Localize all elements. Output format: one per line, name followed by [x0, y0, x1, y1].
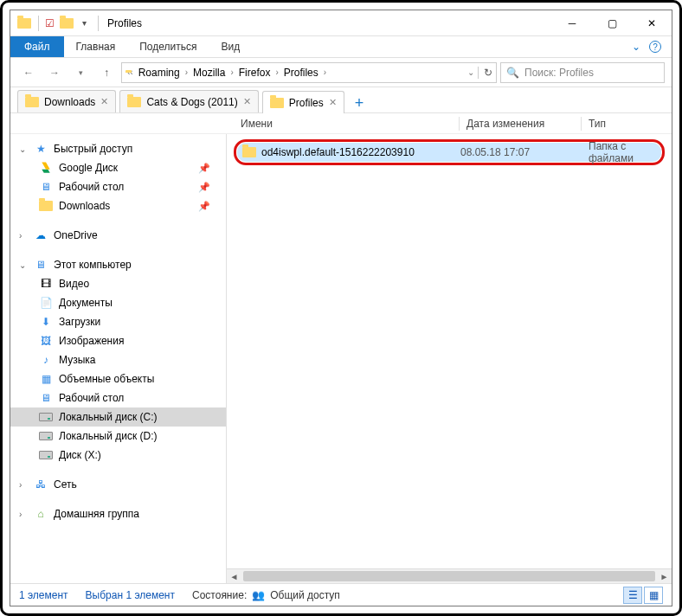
- pin-icon: 📌: [198, 163, 210, 174]
- video-icon: 🎞: [38, 276, 54, 292]
- pictures-icon: 🖼: [38, 333, 54, 349]
- 3d-icon: ▦: [38, 371, 54, 387]
- folder-icon: [242, 147, 256, 157]
- scroll-left-icon[interactable]: ◄: [227, 569, 241, 584]
- ribbon-expand-icon[interactable]: ⌄ ?: [621, 36, 672, 57]
- sidebar-item[interactable]: Google Диск📌: [10, 158, 226, 177]
- sidebar-item[interactable]: 🖥Рабочий стол📌: [10, 177, 226, 196]
- file-list: od4iswpl.default-1516222203910 08.05.18 …: [227, 134, 672, 583]
- refresh-button[interactable]: ↻: [478, 67, 492, 79]
- onedrive-icon: ☁: [33, 228, 48, 243]
- search-placeholder: Поиск: Profiles: [524, 67, 594, 79]
- navigation-pane: ⌄★Быстрый доступ Google Диск📌 🖥Рабочий с…: [10, 134, 227, 583]
- search-input[interactable]: 🔍 Поиск: Profiles: [500, 62, 665, 83]
- gdrive-icon: [38, 160, 54, 176]
- sidebar-homegroup[interactable]: ›⌂Домашняя группа: [10, 504, 226, 523]
- recent-dropdown-icon[interactable]: ▾: [69, 61, 92, 84]
- pin-icon: 📌: [198, 182, 210, 193]
- sidebar-item[interactable]: 🖥Рабочий стол: [10, 388, 226, 407]
- qat-dropdown-icon[interactable]: ▾: [77, 16, 91, 30]
- column-type[interactable]: Тип: [582, 118, 672, 130]
- file-date: 08.05.18 17:07: [460, 146, 582, 158]
- desktop-icon: 🖥: [38, 179, 54, 195]
- view-details-button[interactable]: ☰: [623, 587, 642, 604]
- tab-downloads[interactable]: Downloads✕: [17, 90, 116, 112]
- sidebar-item[interactable]: Downloads📌: [10, 196, 226, 215]
- music-icon: ♪: [38, 352, 54, 368]
- sidebar-item[interactable]: ♪Музыка: [10, 350, 226, 369]
- window-title: Profiles: [107, 17, 142, 29]
- downloads-icon: ⬇: [38, 314, 54, 330]
- sidebar-item[interactable]: 🎞Видео: [10, 274, 226, 293]
- sidebar-item[interactable]: 🖼Изображения: [10, 331, 226, 350]
- column-headers: Имени Дата изменения Тип: [10, 113, 672, 134]
- titlebar: ☑ ▾ Profiles ─ ▢ ✕: [10, 10, 672, 36]
- file-name: od4iswpl.default-1516222203910: [261, 146, 415, 158]
- status-bar: 1 элемент Выбран 1 элемент Состояние:👥Об…: [10, 583, 672, 606]
- drive-icon: [38, 447, 54, 463]
- navigation-toolbar: ← → ▾ ↑ ‹‹ Roaming› Mozilla› Firefox› Pr…: [10, 58, 672, 87]
- back-button[interactable]: ←: [17, 61, 40, 84]
- qat-properties-icon[interactable]: ☑: [42, 16, 56, 30]
- tab-close-icon[interactable]: ✕: [100, 96, 108, 107]
- new-tab-button[interactable]: +: [348, 94, 371, 112]
- tab-cats-dogs[interactable]: Cats & Dogs (2011)✕: [119, 90, 258, 112]
- docs-icon: 📄: [38, 295, 54, 311]
- column-name[interactable]: Имени: [234, 118, 459, 130]
- qat-newfolder-icon[interactable]: [60, 16, 74, 30]
- sidebar-onedrive[interactable]: ›☁OneDrive: [10, 226, 226, 245]
- homegroup-icon: ⌂: [33, 506, 48, 522]
- menu-view[interactable]: Вид: [209, 36, 252, 57]
- sidebar-item[interactable]: Диск (X:): [10, 446, 226, 465]
- horizontal-scrollbar[interactable]: ◄ ►: [227, 568, 672, 583]
- status-state-label: Состояние:: [192, 589, 247, 601]
- breadcrumb[interactable]: Firefox: [235, 67, 274, 79]
- up-button[interactable]: ↑: [95, 61, 118, 84]
- sidebar-item-drive-c[interactable]: Локальный диск (C:): [10, 407, 226, 427]
- address-dropdown-icon[interactable]: ⌄: [467, 67, 474, 77]
- folder-icon: [38, 198, 54, 214]
- menu-home[interactable]: Главная: [64, 36, 128, 57]
- menu-share[interactable]: Поделиться: [127, 36, 209, 57]
- column-date[interactable]: Дата изменения: [460, 118, 581, 130]
- highlight-annotation: od4iswpl.default-1516222203910 08.05.18 …: [234, 139, 665, 165]
- drive-icon: [38, 428, 54, 444]
- breadcrumb[interactable]: Profiles: [280, 67, 322, 79]
- desktop-icon: 🖥: [38, 390, 54, 406]
- drive-icon: [38, 409, 54, 425]
- list-item[interactable]: od4iswpl.default-1516222203910 08.05.18 …: [237, 143, 661, 162]
- menu-file[interactable]: Файл: [10, 36, 64, 57]
- sidebar-item[interactable]: ▦Объемные объекты: [10, 369, 226, 388]
- view-icons-button[interactable]: ▦: [644, 587, 663, 604]
- tab-close-icon[interactable]: ✕: [243, 96, 251, 107]
- ribbon-tabs: Файл Главная Поделиться Вид ⌄ ?: [10, 36, 672, 58]
- breadcrumb[interactable]: Roaming: [135, 67, 183, 79]
- search-icon: 🔍: [506, 67, 519, 79]
- status-count: 1 элемент: [19, 589, 68, 601]
- maximize-button[interactable]: ▢: [592, 10, 632, 36]
- minimize-button[interactable]: ─: [552, 10, 592, 36]
- close-button[interactable]: ✕: [632, 10, 672, 36]
- status-selected: Выбран 1 элемент: [86, 589, 175, 601]
- file-type: Папка с файлами: [589, 140, 656, 164]
- folder-tabs: Downloads✕ Cats & Dogs (2011)✕ Profiles✕…: [10, 87, 672, 113]
- tab-close-icon[interactable]: ✕: [329, 97, 337, 108]
- breadcrumb[interactable]: Mozilla: [190, 67, 228, 79]
- sidebar-item[interactable]: ⬇Загрузки: [10, 312, 226, 331]
- sidebar-quick-access[interactable]: ⌄★Быстрый доступ: [10, 139, 226, 158]
- pc-icon: 🖥: [33, 257, 48, 273]
- scroll-right-icon[interactable]: ►: [657, 569, 672, 584]
- scroll-thumb[interactable]: [243, 571, 655, 581]
- app-icon: [17, 16, 31, 30]
- sidebar-thispc[interactable]: ⌄🖥Этот компьютер: [10, 255, 226, 274]
- tab-profiles[interactable]: Profiles✕: [262, 91, 344, 113]
- network-icon: 🖧: [33, 477, 48, 492]
- pin-icon: 📌: [198, 201, 210, 212]
- shared-icon: 👥: [252, 589, 265, 601]
- sidebar-network[interactable]: ›🖧Сеть: [10, 475, 226, 494]
- sidebar-item[interactable]: 📄Документы: [10, 293, 226, 312]
- forward-button[interactable]: →: [43, 61, 66, 84]
- explorer-window: ☑ ▾ Profiles ─ ▢ ✕ Файл Главная Поделить…: [10, 10, 672, 606]
- address-bar[interactable]: ‹‹ Roaming› Mozilla› Firefox› Profiles› …: [121, 62, 497, 83]
- sidebar-item[interactable]: Локальный диск (D:): [10, 427, 226, 446]
